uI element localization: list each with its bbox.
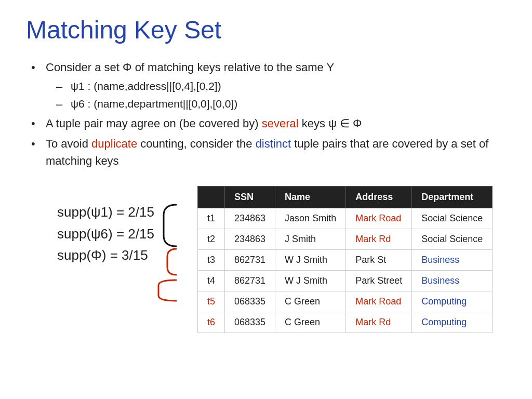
bracket-area xyxy=(156,200,187,303)
cell-t1-address: Mark Road xyxy=(346,208,412,229)
bullet-3: To avoid duplicate counting, consider th… xyxy=(31,135,506,169)
cell-t2-ssn: 234863 xyxy=(225,229,275,250)
col-header-ssn: SSN xyxy=(225,187,275,208)
cell-t1-name: Jason Smith xyxy=(275,208,346,229)
col-header-department: Department xyxy=(412,187,493,208)
bullet-3-text: To avoid duplicate counting, consider th… xyxy=(46,137,488,167)
bottom-section: supp(ψ1) = 2/15 supp(ψ6) = 2/15 supp(Φ) … xyxy=(26,181,506,333)
cell-t6-ssn: 068335 xyxy=(225,312,275,333)
cell-t2-id: t2 xyxy=(198,229,225,250)
supp-labels: supp(ψ1) = 2/15 supp(ψ6) = 2/15 supp(Φ) … xyxy=(26,181,161,267)
cell-t5-ssn: 068335 xyxy=(225,291,275,312)
data-table: SSN Name Address Department t1 234863 Ja… xyxy=(197,186,493,333)
table-row-t1: t1 234863 Jason Smith Mark Road Social S… xyxy=(198,208,493,229)
bullet-1-text: Consider a set Φ of matching keys relati… xyxy=(46,61,334,74)
cell-t5-dept: Computing xyxy=(412,291,493,312)
col-header-address: Address xyxy=(346,187,412,208)
cell-t3-dept: Business xyxy=(412,250,493,271)
cell-t4-address: Park Street xyxy=(346,271,412,291)
cell-t4-id: t4 xyxy=(198,271,225,291)
cell-t3-address: Park St xyxy=(346,250,412,271)
cell-t1-dept: Social Science xyxy=(412,208,493,229)
cell-t6-id: t6 xyxy=(198,312,225,333)
cell-t2-dept: Social Science xyxy=(412,229,493,250)
cell-t3-name: W J Smith xyxy=(275,250,346,271)
bullet-list: Consider a set Φ of matching keys relati… xyxy=(31,59,506,169)
cell-t5-address: Mark Road xyxy=(346,291,412,312)
col-header-id xyxy=(198,187,225,208)
supp-psi1: supp(ψ1) = 2/15 xyxy=(57,202,161,223)
cell-t2-address: Mark Rd xyxy=(346,229,412,250)
cell-t4-ssn: 862731 xyxy=(225,271,275,291)
table-row-t4: t4 862731 W J Smith Park Street Business xyxy=(198,271,493,291)
table-row-t2: t2 234863 J Smith Mark Rd Social Science xyxy=(198,229,493,250)
highlight-distinct: distinct xyxy=(256,137,291,150)
highlight-several: several xyxy=(262,117,299,130)
sub-item-psi1: ψ1 : (name,address||[0,4],[0,2]) xyxy=(56,78,506,95)
bracket-svg xyxy=(156,200,187,303)
cell-t6-dept: Computing xyxy=(412,312,493,333)
table-header-row: SSN Name Address Department xyxy=(198,187,493,208)
main-content: Consider a set Φ of matching keys relati… xyxy=(26,59,506,333)
cell-t4-dept: Business xyxy=(412,271,493,291)
bullet-2: A tuple pair may agree on (be covered by… xyxy=(31,115,506,132)
supp-psi6: supp(ψ6) = 2/15 xyxy=(57,223,161,245)
cell-t3-id: t3 xyxy=(198,250,225,271)
page-title: Matching Key Set xyxy=(26,16,506,44)
cell-t1-id: t1 xyxy=(198,208,225,229)
cell-t6-name: C Green xyxy=(275,312,346,333)
cell-t2-name: J Smith xyxy=(275,229,346,250)
table-row-t3: t3 862731 W J Smith Park St Business xyxy=(198,250,493,271)
sub-list-1: ψ1 : (name,address||[0,4],[0,2]) ψ6 : (n… xyxy=(56,78,506,112)
table-row-t6: t6 068335 C Green Mark Rd Computing xyxy=(198,312,493,333)
cell-t6-address: Mark Rd xyxy=(346,312,412,333)
cell-t5-name: C Green xyxy=(275,291,346,312)
bullet-2-text: A tuple pair may agree on (be covered by… xyxy=(46,117,362,130)
bullet-1: Consider a set Φ of matching keys relati… xyxy=(31,59,506,112)
cell-t5-id: t5 xyxy=(198,291,225,312)
col-header-name: Name xyxy=(275,187,346,208)
sub-item-psi6: ψ6 : (name,department||[0,0],[0,0]) xyxy=(56,96,506,112)
highlight-duplicate: duplicate xyxy=(91,137,137,150)
cell-t1-ssn: 234863 xyxy=(225,208,275,229)
supp-phi: supp(Φ) = 3/15 xyxy=(57,245,161,267)
table-row-t5: t5 068335 C Green Mark Road Computing xyxy=(198,291,493,312)
cell-t4-name: W J Smith xyxy=(275,271,346,291)
cell-t3-ssn: 862731 xyxy=(225,250,275,271)
